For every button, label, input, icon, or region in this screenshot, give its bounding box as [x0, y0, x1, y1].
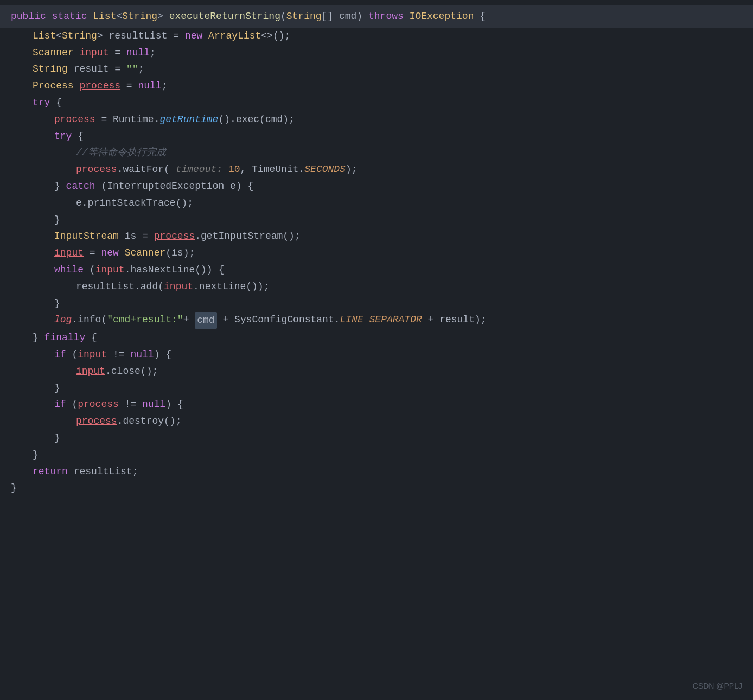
code-token: public	[11, 9, 52, 24]
code-token: process	[76, 162, 117, 177]
code-token: =	[120, 78, 138, 94]
code-token: .destroy();	[117, 413, 182, 429]
code-token: process	[54, 112, 95, 128]
code-token: String	[33, 61, 74, 77]
code-token: IOException	[410, 9, 474, 24]
code-token: input	[95, 262, 125, 278]
code-line: process.waitFor( timeout: 10, TimeUnit.S…	[0, 161, 753, 178]
code-token: }	[54, 179, 66, 194]
code-token: ();	[273, 28, 290, 44]
code-token: [] cmd)	[322, 9, 368, 24]
code-line: } catch (InterruptedException e) {	[0, 178, 753, 195]
code-token: + result);	[422, 312, 487, 329]
code-token: input	[76, 364, 105, 379]
code-token: .info(	[72, 312, 107, 329]
code-token: {	[78, 129, 84, 144]
code-line: input.close();	[0, 363, 753, 380]
code-token: String	[62, 28, 97, 44]
code-token: null	[130, 347, 154, 362]
code-line: }	[0, 447, 753, 463]
code-token: , TimeUnit.	[240, 162, 304, 177]
code-token: log	[54, 312, 72, 329]
code-token: input	[78, 347, 107, 362]
code-token: null	[138, 78, 161, 94]
code-token: return	[33, 464, 74, 480]
code-token: cmd	[195, 312, 216, 329]
code-line: }	[0, 295, 753, 312]
code-token: <	[116, 9, 122, 24]
code-token: ) {	[154, 347, 171, 362]
code-line: }	[0, 212, 753, 228]
code-token: null	[126, 45, 150, 61]
code-line: Process process = null;	[0, 78, 753, 94]
code-token: !=	[107, 347, 130, 362]
code-token: "cmd+result:"	[107, 312, 183, 329]
code-line: //等待命令执行完成	[0, 144, 753, 161]
code-token: .nextLine());	[193, 279, 269, 295]
code-token: executeReturnString	[169, 9, 280, 24]
watermark: CSDN @PPLJ	[693, 680, 742, 692]
code-token: String	[122, 9, 157, 24]
code-token: }	[54, 430, 60, 446]
code-token: e.printStackTrace();	[76, 195, 193, 211]
code-token: List	[93, 9, 116, 24]
code-token: new	[185, 28, 208, 44]
code-token: <	[56, 28, 62, 44]
code-token: }	[11, 480, 17, 496]
code-line: resultList.add(input.nextLine());	[0, 278, 753, 295]
code-token: + SysConfigConstant.	[217, 312, 340, 329]
code-token: {	[56, 95, 62, 111]
code-line: process = Runtime.getRuntime().exec(cmd)…	[0, 111, 753, 128]
code-line: e.printStackTrace();	[0, 195, 753, 212]
code-line: Scanner input = null;	[0, 44, 753, 61]
code-token: .close();	[105, 364, 158, 379]
code-token: catch	[66, 179, 95, 194]
code-token: try	[54, 129, 78, 144]
code-token: ;	[162, 78, 168, 94]
code-token: > resultList =	[97, 28, 185, 44]
code-token: +	[183, 312, 195, 329]
code-token: (	[72, 347, 78, 362]
code-token: =	[84, 245, 101, 261]
code-token: }	[33, 447, 39, 463]
code-token: );	[346, 162, 358, 177]
code-token: resultList;	[74, 464, 138, 480]
code-line: }	[0, 430, 753, 447]
code-token: }	[54, 212, 60, 228]
code-line: if (input != null) {	[0, 346, 753, 363]
code-line: } finally {	[0, 329, 753, 346]
code-token: ""	[126, 61, 138, 77]
code-token: {	[91, 330, 97, 346]
code-line: }	[0, 480, 753, 497]
code-token: LINE_SEPARATOR	[340, 312, 422, 329]
code-token: !=	[119, 397, 142, 412]
code-token: static	[52, 9, 93, 24]
code-line: public static List<String> executeReturn…	[0, 5, 753, 28]
code-token: (InterruptedException e) {	[95, 179, 254, 194]
code-token: process	[154, 228, 195, 244]
code-token: Scanner	[33, 45, 79, 61]
code-line: while (input.hasNextLine()) {	[0, 262, 753, 278]
code-token: <>	[261, 28, 273, 44]
code-token: .getInputStream();	[195, 228, 300, 244]
code-token: List	[33, 28, 56, 44]
code-token: (	[280, 9, 286, 24]
code-token: //等待命令执行完成	[76, 145, 166, 161]
code-token: finally	[44, 330, 91, 346]
code-line: String result = "";	[0, 61, 753, 78]
code-token: timeout:	[170, 162, 228, 177]
code-token: }	[54, 296, 60, 311]
code-token: new	[101, 245, 124, 261]
code-token: {	[474, 9, 486, 24]
code-token: input	[164, 279, 193, 295]
code-token: process	[79, 78, 120, 94]
code-line: process.destroy();	[0, 413, 753, 430]
code-token: ;	[150, 45, 156, 61]
code-token: String	[286, 9, 322, 24]
code-token: 10	[228, 162, 240, 177]
code-token: }	[54, 380, 60, 396]
code-line: input = new Scanner(is);	[0, 245, 753, 262]
code-line: return resultList;	[0, 463, 753, 480]
code-token: result =	[74, 61, 126, 77]
code-token: input	[54, 245, 84, 261]
